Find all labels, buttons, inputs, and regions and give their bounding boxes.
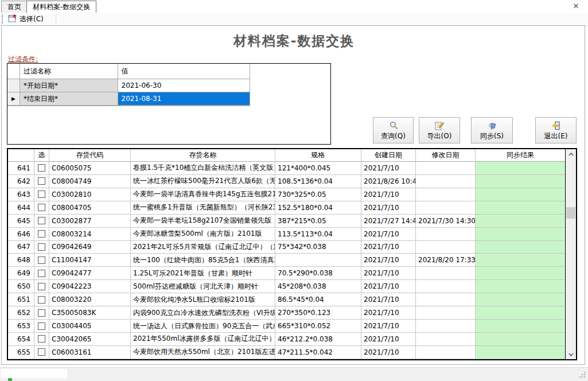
stock-name-cell: 内袋900克立白冷水速效无磷型洗衣粉（VI升级）... [131,306,275,320]
row-checkbox[interactable] [38,283,45,290]
spec-cell: 387*215*0.05 [275,215,361,228]
sync-result-cell [476,241,565,254]
header-select[interactable]: 选 [34,149,49,162]
row-checkbox[interactable] [38,270,45,277]
row-checkbox[interactable] [38,204,45,211]
created-date-cell: 2021/7/10 [361,280,416,293]
row-checkbox[interactable] [38,256,45,264]
filter-value-cell-selected[interactable]: 2021-08-31 [118,92,250,106]
filter-value-cell[interactable]: 2021-06-30 [118,79,250,92]
row-number: 644 [8,201,34,215]
header-stock-code[interactable]: 存货代码 [49,149,131,162]
row-number: 654 [8,333,34,346]
created-date-cell: 2021/7/10 [361,254,416,267]
modified-date-cell [416,241,476,254]
stock-name-cell: 2021年2L可乐5月常规版（辽南辽北辽中）（新视... [131,241,275,254]
inventory-header-row: 选 存货代码 存货名称 规格 创建日期 修改日期 同步结果 [8,149,565,162]
sync-result-cell [476,346,565,359]
row-checkbox[interactable] [38,348,45,356]
sync-button-label: 同步(S) [480,131,504,141]
exit-icon [551,120,561,131]
created-date-cell: 2021/7/10 [361,293,416,306]
scroll-down-icon[interactable] [566,349,576,359]
modified-date-cell: 2021/8/20 17:33 [416,254,476,267]
spec-cell: 46*212.2*0.038 [275,333,361,346]
row-checkbox[interactable] [38,217,45,224]
sync-result-cell [476,306,565,320]
modified-date-cell [416,306,476,320]
stock-code-cell: C06005075 [49,162,131,175]
tab-material-data-exchange[interactable]: 材料档案-数据交换 [26,1,96,13]
query-button[interactable]: 查询(Q) [373,117,414,143]
row-checkbox-cell [34,333,49,346]
filter-row-selector: ▶ [7,92,20,106]
spec-cell: 70.5*290*0.038 [275,267,361,280]
filter-name-header[interactable]: 过滤名称 [20,64,118,79]
stock-code-cell: C03004405 [49,320,131,333]
spec-cell: 152.5*180*0.04 [275,201,361,215]
status-bar [0,367,588,381]
stock-name-cell: 2021年550ml冰露拼多多版（辽南辽北辽中）顺时针 [131,333,275,346]
stock-code-cell: C35005083K [49,306,131,320]
row-checkbox[interactable] [38,190,45,198]
row-checkbox[interactable] [38,164,45,172]
stock-name-cell: 卷膜1.5千克*10桶立白新金桔洗洁精（英文版） [131,162,275,175]
toolbar-grip[interactable] [2,14,5,24]
header-spec[interactable]: 规格 [275,149,361,162]
table-row: 649C090424771.25L可乐2021年普版（甘肃）顺时针70.5*29… [8,267,565,280]
spec-cell: 730*325*0.05 [275,188,361,201]
sync-button[interactable]: 同步(S) [471,117,513,143]
row-checkbox[interactable] [38,243,45,251]
close-icon[interactable]: ✕ [571,1,581,11]
header-modified-date[interactable]: 修改日期 [416,149,476,162]
header-stock-name[interactable]: 存货名称 [131,149,275,162]
sync-result-cell [476,254,565,267]
filter-value-header[interactable]: 值 [118,64,250,79]
tab-strip: 首页 材料档案-数据交换 ✕ [0,0,588,13]
table-row: 651C08003220今麦郎软化纯净水5L瓶口收缩标2101版86.5*45*… [8,293,565,306]
row-checkbox[interactable] [38,335,45,343]
row-number: 645 [8,215,34,228]
modified-date-cell [416,228,476,241]
filter-name-cell[interactable]: *结束日期* [20,92,118,106]
stock-name-cell: 今麦郎软化纯净水5L瓶口收缩标2101版 [131,293,275,306]
row-checkbox[interactable] [38,296,45,304]
page-title: 材料档案-数据交换 [0,32,588,50]
row-checkbox[interactable] [38,309,45,317]
stock-name-cell: 统一汤达人（日式豚骨拉面）90克五合一（武成... [131,320,275,333]
row-checkbox[interactable] [38,322,45,330]
spec-cell: 113.5*113*0.04 [275,228,361,241]
filter-name-cell[interactable]: *开始日期* [20,79,118,92]
search-icon [388,120,399,131]
row-checkbox[interactable] [38,177,45,185]
sync-result-cell [476,201,565,215]
row-number: 647 [8,241,34,254]
modified-date-cell: 2021/7/30 14:30 [416,215,476,228]
row-checkbox[interactable] [38,230,45,238]
vertical-scrollbar[interactable] [565,149,576,359]
select-button-label: 选择(C) [20,14,44,24]
sync-result-cell [476,267,565,280]
resize-grip[interactable] [578,371,586,380]
created-date-cell: 2021/8/26 10:44 [361,175,416,188]
tab-home[interactable]: 首页 [1,1,28,13]
select-button[interactable]: 选择(C) [6,13,46,25]
scroll-up-icon[interactable] [566,149,576,159]
table-row: 645C03002877今麦郎一袋半老坛158g2107全国销量领先版387*2… [8,215,565,228]
header-sync-result[interactable]: 同步结果 [476,149,565,162]
scrollbar-track[interactable] [566,159,576,349]
form-select-icon [8,14,17,25]
modified-date-cell [416,346,476,359]
filter-row-start-date: *开始日期* 2021-06-30 [7,79,250,92]
sync-result-cell [476,188,565,201]
stock-name-cell: 今麦郎冰糖雪梨500ml（南方版）2101版 [131,228,275,241]
exit-button[interactable]: 退出(E) [535,117,577,143]
export-button[interactable]: 导出(O) [419,117,460,143]
created-date-cell: 2021/7/10 [361,162,416,175]
current-row-arrow-icon: ▶ [11,96,15,102]
table-row: 653C03004405统一汤达人（日式豚骨拉面）90克五合一（武成...665… [8,320,565,333]
header-created-date[interactable]: 创建日期 [361,149,416,162]
export-button-label: 导出(O) [427,131,452,141]
scrollbar-thumb[interactable] [566,207,575,219]
row-checkbox-cell [34,346,49,359]
